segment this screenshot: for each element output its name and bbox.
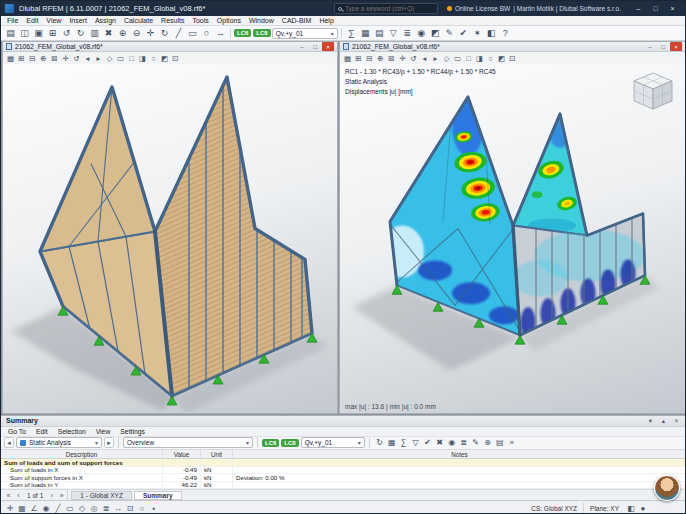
more-icon[interactable]: »	[506, 437, 518, 449]
pan-icon[interactable]: ✛	[144, 27, 157, 40]
notifications-icon[interactable]: ●	[637, 502, 649, 514]
workplane-icon[interactable]: ▭	[64, 502, 76, 514]
panel-menu-selection[interactable]: Selection	[53, 428, 91, 435]
menu-results[interactable]: Results	[157, 17, 188, 24]
table-row[interactable]: Sum of loads in Y46.22kN	[1, 482, 686, 490]
close-icon[interactable]: ×	[322, 42, 334, 51]
minimize-icon[interactable]: –	[630, 3, 647, 15]
details-icon[interactable]: ◉	[446, 437, 458, 449]
refresh-results-icon[interactable]: ↻	[374, 437, 386, 449]
zoom-window-icon[interactable]: ⊞	[16, 53, 27, 64]
view-grid-icon[interactable]: ▦	[342, 53, 353, 64]
first-page-button[interactable]: «	[4, 491, 13, 500]
table-row[interactable]: Sum of support forces in X-0.49kNDeviati…	[1, 474, 686, 482]
previous-analysis-button[interactable]: ◂	[4, 437, 14, 448]
menu-edit[interactable]: Edit	[22, 17, 42, 24]
maximize-icon[interactable]: □	[647, 3, 664, 15]
wireframe-icon[interactable]: □	[463, 53, 474, 64]
panel-menu-edit[interactable]: Edit	[31, 428, 53, 435]
filter-icon[interactable]: ▽	[387, 27, 400, 40]
filter-rows-icon[interactable]: ▽	[410, 437, 422, 449]
search-input[interactable]	[345, 5, 434, 12]
view-grid-icon[interactable]: ▦	[5, 53, 16, 64]
next-page-button[interactable]: ›	[47, 491, 56, 500]
load-case-lc6[interactable]: LC6	[234, 29, 251, 37]
clear-icon[interactable]: ✖	[434, 437, 446, 449]
menu-calculate[interactable]: Calculate	[120, 17, 157, 24]
clipping-icon[interactable]: ◩	[159, 53, 170, 64]
ortho-icon[interactable]: ∠	[28, 502, 40, 514]
column-value[interactable]: Value	[163, 450, 201, 458]
zoom-all-icon[interactable]: ⊠	[49, 53, 60, 64]
coordinate-system-label[interactable]: CS: Global XYZ	[526, 505, 582, 512]
wireframe-icon[interactable]: □	[126, 53, 137, 64]
grid-icon[interactable]: ▦	[16, 502, 28, 514]
panel-menu-settings[interactable]: Settings	[115, 428, 150, 435]
select-mode-icon[interactable]: ◎	[88, 502, 100, 514]
maximize-icon[interactable]: □	[309, 42, 321, 51]
menu-help[interactable]: Help	[315, 17, 337, 24]
menu-insert[interactable]: Insert	[65, 17, 91, 24]
section-icon[interactable]: ◩	[429, 27, 442, 40]
dimensions-icon[interactable]: ↔	[112, 502, 124, 514]
last-page-button[interactable]: »	[57, 491, 66, 500]
zoom-in-icon[interactable]: ⊕	[116, 27, 129, 40]
zoom-out-icon[interactable]: ⊖	[130, 27, 143, 40]
column-notes[interactable]: Notes	[233, 450, 686, 458]
rectangle-icon[interactable]: ▭	[186, 27, 199, 40]
close-panel-icon[interactable]: ×	[671, 416, 682, 425]
coords-icon[interactable]: ○	[136, 502, 148, 514]
front-view-icon[interactable]: ▭	[452, 53, 463, 64]
check-icon[interactable]: ✔	[457, 27, 470, 40]
analysis-combo[interactable]: Static Analysis ▾	[16, 437, 102, 448]
redo-icon[interactable]: ↻	[74, 27, 87, 40]
copy-icon[interactable]: ▥	[88, 27, 101, 40]
view-combo[interactable]: Overview ▾	[123, 437, 253, 448]
dock-options-icon[interactable]: ▾	[645, 416, 656, 425]
next-analysis-button[interactable]: ▸	[104, 437, 114, 448]
minimize-icon[interactable]: –	[296, 42, 308, 51]
orbit-icon[interactable]: ↺	[408, 53, 419, 64]
undo-icon[interactable]: ↺	[60, 27, 73, 40]
close-icon[interactable]: ×	[664, 3, 681, 15]
previous-view-icon[interactable]: ◂	[82, 53, 93, 64]
zoom-window-icon[interactable]: ⊞	[353, 53, 364, 64]
load-case-lc8[interactable]: LC8	[253, 29, 270, 37]
open-icon[interactable]: ◫	[18, 27, 31, 40]
dimension-icon[interactable]: ↔	[214, 27, 227, 40]
full-extent-icon[interactable]: ⊡	[170, 53, 181, 64]
maximize-icon[interactable]: □	[657, 42, 669, 51]
lighting-icon[interactable]: ○	[148, 53, 159, 64]
print-icon[interactable]: ⊞	[46, 27, 59, 40]
snap-icon[interactable]: ✛	[4, 502, 16, 514]
rotate-view-icon[interactable]: ↻	[158, 27, 171, 40]
navigation-cube[interactable]	[630, 70, 676, 112]
minimize-icon[interactable]: –	[644, 42, 656, 51]
table-row[interactable]: Sum of loads in X-0.49kN	[1, 467, 686, 475]
menu-cad-bim[interactable]: CAD-BIM	[278, 17, 316, 24]
layers-icon[interactable]: ≣	[100, 502, 112, 514]
previous-page-button[interactable]: ‹	[14, 491, 23, 500]
menu-file[interactable]: File	[3, 17, 22, 24]
workplane-label[interactable]: Plane: XY	[585, 505, 624, 512]
panels-icon[interactable]: ◧	[485, 27, 498, 40]
lock-icon[interactable]: ▪	[148, 502, 160, 514]
right-model-canvas[interactable]	[340, 64, 685, 413]
annotate-icon[interactable]: ✎	[443, 27, 456, 40]
table-view-icon[interactable]: ▦	[386, 437, 398, 449]
next-view-icon[interactable]: ▸	[430, 53, 441, 64]
close-icon[interactable]: ×	[670, 42, 682, 51]
menu-view[interactable]: View	[42, 17, 65, 24]
vertex-snap-icon[interactable]: ◇	[76, 502, 88, 514]
menu-tools[interactable]: Tools	[188, 17, 212, 24]
layers-icon[interactable]: ≣	[401, 27, 414, 40]
zoom-plus-icon[interactable]: ⊕	[375, 53, 386, 64]
menu-options[interactable]: Options	[213, 17, 245, 24]
pin-icon[interactable]: ▴	[658, 416, 669, 425]
help-icon[interactable]: ?	[499, 27, 512, 40]
edit-icon[interactable]: ✎	[470, 437, 482, 449]
zoom-all-icon[interactable]: ⊠	[386, 53, 397, 64]
panel-case-combo[interactable]: Qv,+y_01 ▾	[301, 437, 365, 448]
line-icon[interactable]: ╱	[172, 27, 185, 40]
left-model-canvas[interactable]	[3, 64, 337, 413]
